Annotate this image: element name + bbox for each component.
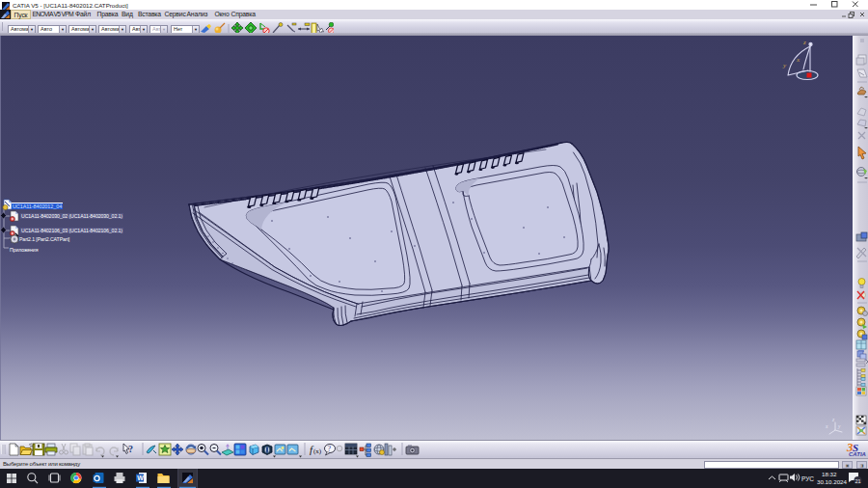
- svg-text:z: z: [802, 39, 806, 46]
- svg-text:(x): (x): [313, 447, 322, 455]
- svg-text:x: x: [796, 56, 800, 64]
- svg-text:y: y: [782, 62, 787, 69]
- svg-text:21: 21: [855, 478, 861, 484]
- svg-text:РУС: РУС: [801, 475, 814, 482]
- svg-text:18:32: 18:32: [822, 471, 837, 477]
- svg-text:30.10.2024: 30.10.2024: [817, 478, 848, 485]
- svg-text:z: z: [831, 417, 835, 422]
- svg-text:?: ?: [128, 444, 133, 454]
- svg-text:y: y: [837, 423, 841, 429]
- svg-text:W: W: [137, 474, 144, 481]
- svg-text:x: x: [825, 423, 828, 429]
- svg-text:?: ?: [328, 445, 332, 453]
